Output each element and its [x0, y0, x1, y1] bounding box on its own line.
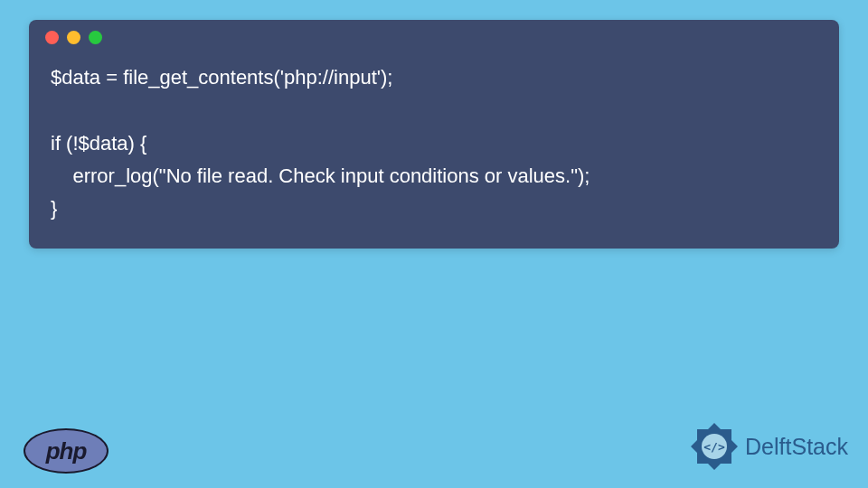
delftstack-icon: </> [689, 421, 740, 472]
php-logo: php [24, 428, 108, 474]
code-content: $data = file_get_contents('php://input')… [29, 54, 839, 249]
maximize-icon [89, 31, 102, 44]
code-line: if (!$data) { [51, 132, 146, 155]
delftstack-brand: </> DelftStack [689, 421, 848, 472]
php-logo-text: php [46, 437, 87, 465]
minimize-icon [67, 31, 80, 44]
code-line: } [51, 197, 57, 220]
close-icon [45, 31, 59, 44]
svg-text:</>: </> [703, 440, 725, 454]
code-line: error_log("No file read. Check input con… [51, 164, 590, 187]
delftstack-label: DelftStack [745, 434, 848, 460]
code-line: $data = file_get_contents('php://input')… [51, 66, 392, 89]
code-window: $data = file_get_contents('php://input')… [29, 20, 839, 249]
window-titlebar [29, 20, 839, 54]
